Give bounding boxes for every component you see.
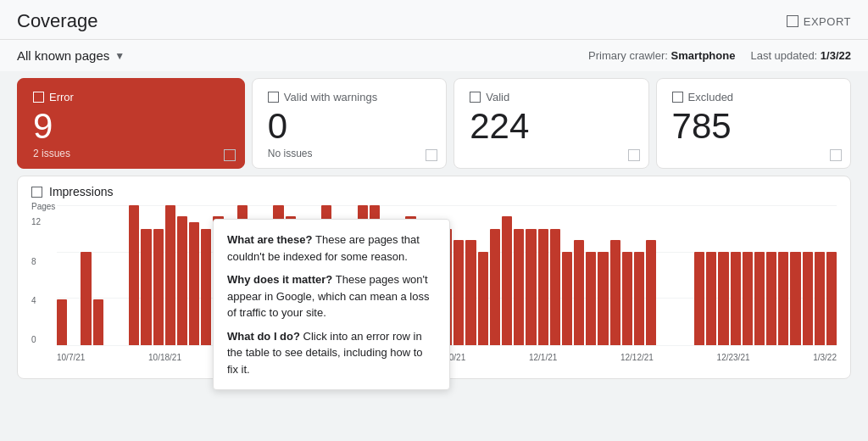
top-bar: Coverage EXPORT (0, 0, 868, 40)
card-checkbox-excluded (672, 92, 683, 103)
tooltip-q3: What do I do? Click into an error row in… (227, 328, 436, 378)
bar-item (502, 216, 512, 345)
card-header-warnings: Valid with warnings (268, 91, 431, 103)
export-label: EXPORT (804, 15, 851, 28)
bar-item (610, 240, 620, 345)
bar-item (754, 252, 765, 346)
y-label-0: 0 (31, 335, 41, 344)
bar-item (778, 252, 788, 346)
card-label-valid: Valid (486, 91, 509, 103)
meta-info: Primary crawler: Smartphone Last updated… (588, 49, 851, 62)
card-sub-warnings: No issues (268, 148, 431, 159)
bar-item (129, 205, 139, 345)
x-label-1: 10/7/21 (57, 353, 85, 362)
card-number-valid: 224 (470, 107, 632, 146)
bar-item (731, 252, 741, 346)
bar-item (478, 252, 488, 346)
primary-crawler-value: Smartphone (671, 49, 736, 62)
bar-item (634, 252, 644, 346)
card-header-error: Error (33, 91, 229, 103)
card-label-error: Error (49, 91, 74, 103)
bar-item (574, 240, 584, 345)
x-label-7: 12/12/21 (620, 353, 654, 362)
tooltip-q1: What are these? These are pages that cou… (227, 232, 436, 265)
y-label-12: 12 (31, 217, 41, 226)
card-expand-valid (628, 149, 640, 161)
impressions-label: Impressions (49, 185, 113, 198)
card-label-warnings: Valid with warnings (284, 91, 377, 103)
bar-item (526, 229, 536, 345)
bar-item (201, 229, 211, 345)
card-header-valid: Valid (470, 91, 632, 103)
bar-item (743, 252, 753, 346)
bar-item (790, 252, 800, 346)
error-card[interactable]: Error 9 2 issues (17, 78, 245, 169)
bar-item (141, 229, 151, 345)
bar-item (81, 252, 91, 346)
y-axis-title: Pages (31, 202, 55, 211)
card-number-error: 9 (33, 107, 229, 146)
card-expand-excluded (830, 149, 842, 161)
bar-item (153, 229, 164, 345)
valid-card[interactable]: Valid 224 (453, 78, 648, 169)
bar-item (57, 299, 67, 345)
bar-item (815, 252, 825, 346)
bar-item (803, 252, 813, 346)
card-checkbox-warnings (268, 92, 279, 103)
bar-item (598, 252, 608, 346)
excluded-card[interactable]: Excluded 785 (656, 78, 851, 169)
x-label-2: 10/18/21 (148, 353, 181, 362)
bar-item (453, 240, 464, 345)
card-label-excluded: Excluded (688, 91, 733, 103)
bar-item (646, 240, 656, 345)
main-content: Error 9 2 issues Valid with warnings 0 N… (0, 71, 868, 379)
x-label-8: 12/23/21 (717, 353, 750, 362)
valid-warnings-card[interactable]: Valid with warnings 0 No issues (252, 78, 447, 169)
bar-item (586, 252, 596, 346)
filter-dropdown-label: All known pages (17, 48, 109, 63)
bar-item (538, 229, 548, 345)
card-expand-error (224, 149, 236, 161)
bar-item (766, 252, 776, 346)
y-axis-labels: 12 8 4 0 (31, 217, 41, 344)
bar-item (706, 252, 716, 346)
tooltip-q2-label: Why does it matter? (227, 273, 336, 286)
bar-item (562, 252, 572, 346)
card-expand-warnings (426, 149, 437, 161)
card-checkbox-valid (470, 92, 481, 103)
chevron-down-icon: ▼ (114, 50, 125, 62)
card-sub-error: 2 issues (33, 148, 229, 159)
bar-item (93, 299, 103, 345)
bar-item (550, 229, 560, 345)
export-checkbox-icon (787, 15, 798, 27)
x-label-9: 1/3/22 (813, 353, 837, 362)
bar-item (718, 252, 728, 346)
tooltip-popup: What are these? These are pages that cou… (213, 219, 450, 390)
bar-item (177, 216, 187, 345)
y-label-8: 8 (31, 257, 41, 266)
card-header-excluded: Excluded (672, 91, 835, 103)
tooltip-q1-label: What are these? (227, 233, 315, 246)
tooltip-q2: Why does it matter? These pages won't ap… (227, 271, 436, 321)
export-button[interactable]: EXPORT (787, 15, 851, 28)
chart-area: Impressions Pages 12 8 4 0 (17, 176, 851, 379)
filter-dropdown[interactable]: All known pages ▼ (17, 48, 125, 63)
last-updated-value: 1/3/22 (821, 49, 851, 62)
card-number-excluded: 785 (672, 107, 835, 146)
impressions-checkbox[interactable] (31, 187, 42, 198)
tooltip-q3-label: What do I do? (227, 330, 303, 343)
card-checkbox-error (33, 92, 44, 103)
card-number-warnings: 0 (268, 107, 431, 146)
bar-item (826, 252, 837, 346)
chart-header: Impressions (31, 185, 837, 198)
cards-row: Error 9 2 issues Valid with warnings 0 N… (17, 78, 851, 169)
y-label-4: 4 (31, 296, 41, 305)
x-label-6: 12/1/21 (529, 353, 557, 362)
bar-item (694, 252, 704, 346)
bar-item (465, 240, 476, 345)
bar-item (514, 229, 524, 345)
bar-item (189, 222, 199, 345)
bar-item (622, 252, 632, 346)
page-title: Coverage (17, 10, 97, 32)
filter-bar: All known pages ▼ Primary crawler: Smart… (0, 40, 868, 71)
